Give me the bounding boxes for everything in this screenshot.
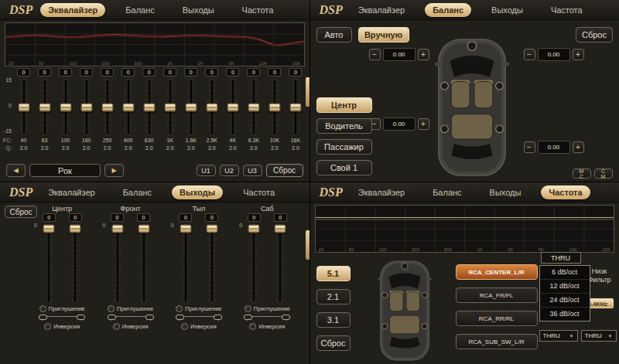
slope-option-24db[interactable]: 24 dB/oct <box>540 293 590 307</box>
lp-filter-select[interactable]: THRU ▼ <box>581 330 617 342</box>
tab-frequency[interactable]: Частота <box>234 3 282 17</box>
position-driver-button[interactable]: Водитель <box>316 118 372 134</box>
mute-checkbox[interactable] <box>176 305 183 312</box>
slope-dropdown-selected[interactable]: THRU <box>541 252 581 264</box>
preset-next-button[interactable]: ▶ <box>104 164 124 177</box>
channel-rca-rear-button[interactable]: RCA_RR/RL <box>456 311 538 326</box>
tab-balance[interactable]: Баланс <box>425 185 469 199</box>
output-slider[interactable] <box>246 223 262 304</box>
output-slider[interactable] <box>204 223 220 304</box>
tab-balance[interactable]: Баланс <box>115 185 159 199</box>
invert-toggle[interactable]: Инверсия <box>113 321 149 331</box>
band-slider[interactable] <box>118 78 139 136</box>
invert-checkbox[interactable] <box>181 323 188 330</box>
frequency-reset-button[interactable]: Сброс <box>316 335 351 351</box>
tab-equalizer[interactable]: Эквалайзер <box>40 185 102 199</box>
band-slider[interactable] <box>34 78 55 136</box>
mc-button[interactable]: M C <box>573 168 591 179</box>
eq-reset-button[interactable]: Сброс <box>266 164 303 177</box>
band-slider[interactable] <box>76 78 97 136</box>
output-slider[interactable] <box>178 223 193 304</box>
decrement-button[interactable]: − <box>524 49 535 60</box>
link-channels-toggle[interactable] <box>239 313 295 321</box>
mute-toggle[interactable]: Приглушение <box>108 304 153 313</box>
mute-toggle[interactable]: Приглушение <box>176 304 221 313</box>
mode-5-1-button[interactable]: 5.1 <box>316 266 351 281</box>
output-slider-handle[interactable] <box>138 225 149 233</box>
band-slider[interactable] <box>13 78 34 136</box>
slope-option-6db[interactable]: 6 dB/oct <box>540 266 590 279</box>
tab-frequency[interactable]: Частота <box>541 185 590 199</box>
band-slider[interactable] <box>55 78 76 136</box>
band-slider-handle[interactable] <box>185 103 197 111</box>
preset-prev-button[interactable]: ◀ <box>6 164 26 177</box>
scrollbar[interactable] <box>306 230 310 260</box>
output-slider-handle[interactable] <box>275 225 286 233</box>
mute-toggle[interactable]: Приглушение <box>245 304 290 313</box>
slope-option-36db[interactable]: 36 dB/oct <box>540 307 590 321</box>
increment-button[interactable]: + <box>418 49 429 60</box>
mode-2-1-button[interactable]: 2.1 <box>316 289 351 304</box>
cm-button[interactable]: C M <box>594 168 613 179</box>
preset-button[interactable]: Рок <box>29 164 101 177</box>
band-slider-handle[interactable] <box>289 103 301 111</box>
invert-toggle[interactable]: Инверсия <box>44 321 80 331</box>
tab-frequency[interactable]: Частота <box>235 185 282 199</box>
increment-button[interactable]: + <box>573 49 584 60</box>
band-slider[interactable] <box>222 78 243 136</box>
band-slider[interactable] <box>243 78 264 136</box>
memory-u3-button[interactable]: U3 <box>243 165 262 176</box>
scrollbar[interactable] <box>306 77 310 107</box>
output-slider[interactable] <box>272 223 288 304</box>
band-slider-handle[interactable] <box>248 103 259 111</box>
mute-toggle[interactable]: Приглушение <box>39 304 85 313</box>
band-slider[interactable] <box>201 78 222 136</box>
channel-rca-center-button[interactable]: RCA_CENTER_L/R <box>456 264 538 280</box>
output-slider[interactable] <box>67 223 83 304</box>
band-slider-handle[interactable] <box>39 103 50 111</box>
decrement-button[interactable]: − <box>369 49 381 60</box>
mute-checkbox[interactable] <box>245 305 251 312</box>
memory-u1-button[interactable]: U1 <box>197 165 216 176</box>
position-center-button[interactable]: Центр <box>316 97 372 113</box>
increment-button[interactable]: + <box>418 118 429 130</box>
band-slider-handle[interactable] <box>143 103 155 111</box>
output-slider[interactable] <box>41 223 56 304</box>
output-slider-handle[interactable] <box>70 225 81 233</box>
balance-reset-button[interactable]: Сброс <box>576 27 613 43</box>
band-slider-handle[interactable] <box>101 103 113 111</box>
increment-button[interactable]: + <box>573 141 584 153</box>
invert-toggle[interactable]: Инверсия <box>181 321 217 331</box>
channel-rca-front-button[interactable]: RCA_FR/FL <box>456 287 538 303</box>
link-channels-toggle[interactable] <box>171 313 227 321</box>
band-slider-handle[interactable] <box>122 103 134 111</box>
link-channels-toggle[interactable] <box>103 313 159 321</box>
invert-toggle[interactable]: Инверсия <box>249 321 285 331</box>
tab-outputs[interactable]: Выходы <box>482 185 529 199</box>
invert-checkbox[interactable] <box>113 323 120 330</box>
tab-outputs[interactable]: Выходы <box>484 3 531 17</box>
position-passenger-button[interactable]: Пассажир <box>316 139 372 155</box>
band-slider[interactable] <box>159 78 180 136</box>
output-slider[interactable] <box>110 223 125 304</box>
mode-3-1-button[interactable]: 3.1 <box>316 312 351 328</box>
channel-rca-sub-button[interactable]: RCA_SUB_SW_L/R <box>456 334 538 349</box>
manual-button[interactable]: Вручную <box>358 27 409 43</box>
band-slider-handle[interactable] <box>164 103 176 111</box>
decrement-button[interactable]: − <box>524 141 535 153</box>
tab-outputs[interactable]: Выходы <box>172 185 223 199</box>
slope-option-12db[interactable]: 12 dB/oct <box>540 279 590 293</box>
band-slider-handle[interactable] <box>80 103 92 111</box>
band-slider-handle[interactable] <box>60 103 71 111</box>
memory-u2-button[interactable]: U2 <box>220 165 239 176</box>
tab-outputs[interactable]: Выходы <box>175 3 222 17</box>
band-slider-handle[interactable] <box>206 103 217 111</box>
output-slider-handle[interactable] <box>180 225 191 233</box>
tab-equalizer[interactable]: Эквалайзер <box>351 3 412 17</box>
output-slider-handle[interactable] <box>43 225 55 233</box>
tab-equalizer[interactable]: Эквалайзер <box>351 185 412 199</box>
band-slider[interactable] <box>139 78 159 136</box>
invert-checkbox[interactable] <box>249 323 256 330</box>
band-slider-handle[interactable] <box>18 103 29 111</box>
position-custom-button[interactable]: Свой 1 <box>316 160 372 175</box>
